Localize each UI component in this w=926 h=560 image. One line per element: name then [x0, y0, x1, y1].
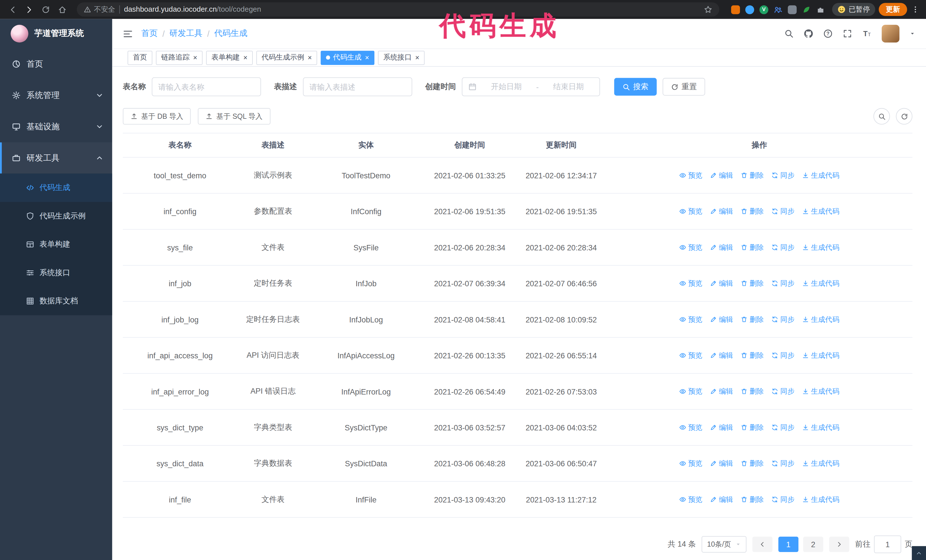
search-button[interactable]: 搜索 [614, 78, 657, 96]
sync-action[interactable]: 同步 [771, 206, 794, 216]
tab-close-icon[interactable]: × [193, 54, 197, 61]
edit-action[interactable]: 编辑 [710, 171, 733, 180]
sidebar-item-codegen-example[interactable]: 代码生成示例 [0, 202, 112, 230]
tab-codegen[interactable]: 代码生成× [321, 50, 375, 65]
sync-action[interactable]: 同步 [771, 386, 794, 397]
github-icon[interactable] [804, 29, 813, 38]
date-range-picker[interactable]: 开始日期 - 结束日期 [462, 77, 600, 96]
edit-action[interactable]: 编辑 [710, 458, 733, 468]
delete-action[interactable]: 删除 [741, 350, 764, 360]
logo[interactable]: 芋道管理系统 [0, 19, 112, 48]
delete-action[interactable]: 删除 [741, 171, 764, 180]
ext-water-drop-icon[interactable] [745, 5, 754, 14]
edit-action[interactable]: 编辑 [710, 350, 733, 360]
tab-form-builder[interactable]: 表单构建× [206, 50, 253, 65]
tab-codegen-example[interactable]: 代码生成示例× [256, 50, 318, 65]
font-size-icon[interactable]: TT [862, 29, 872, 38]
forward-icon[interactable] [23, 3, 36, 16]
preview-action[interactable]: 预览 [679, 206, 702, 216]
ext-people-icon[interactable] [773, 5, 782, 14]
ext-puzzle-icon[interactable] [816, 5, 825, 14]
sync-action[interactable]: 同步 [771, 314, 794, 325]
delete-action[interactable]: 删除 [741, 206, 764, 216]
tab-close-icon[interactable]: × [415, 54, 419, 61]
preview-action[interactable]: 预览 [679, 314, 702, 325]
sidebar-item-db-doc[interactable]: 数据库文档 [0, 287, 112, 315]
refresh-table-button[interactable] [896, 108, 912, 124]
delete-action[interactable]: 删除 [741, 423, 764, 432]
update-button[interactable]: 更新 [879, 3, 907, 16]
reload-icon[interactable] [39, 3, 52, 16]
back-icon[interactable] [6, 3, 19, 16]
sidebar-item-system-api[interactable]: 系统接口 [0, 259, 112, 287]
sidebar-item-infra[interactable]: 基础设施 [0, 111, 112, 142]
sync-action[interactable]: 同步 [771, 242, 794, 252]
edit-action[interactable]: 编辑 [710, 423, 733, 432]
generate-code-action[interactable]: 生成代码 [802, 495, 840, 504]
breadcrumb-item[interactable]: 研发工具 [169, 28, 203, 39]
import-sql-button[interactable]: 基于 SQL 导入 [198, 108, 270, 124]
generate-code-action[interactable]: 生成代码 [802, 206, 840, 216]
generate-code-action[interactable]: 生成代码 [802, 314, 840, 325]
page-button-1[interactable]: 1 [778, 537, 798, 552]
edit-action[interactable]: 编辑 [710, 495, 733, 504]
generate-code-action[interactable]: 生成代码 [802, 423, 840, 432]
sync-action[interactable]: 同步 [771, 495, 794, 504]
tab-close-icon[interactable]: × [243, 54, 248, 61]
table-name-input[interactable] [152, 77, 261, 96]
sync-action[interactable]: 同步 [771, 278, 794, 288]
chevron-down-icon[interactable] [909, 31, 915, 37]
goto-page-input[interactable] [874, 536, 901, 553]
preview-action[interactable]: 预览 [679, 495, 702, 504]
generate-code-action[interactable]: 生成代码 [802, 350, 840, 360]
sidebar-item-system[interactable]: 系统管理 [0, 80, 112, 111]
tab-home[interactable]: 首页 [128, 50, 153, 65]
sync-action[interactable]: 同步 [771, 171, 794, 180]
next-page-button[interactable] [829, 537, 849, 552]
delete-action[interactable]: 删除 [741, 458, 764, 468]
delete-action[interactable]: 删除 [741, 495, 764, 504]
page-size-select[interactable]: 10条/页 [702, 536, 746, 552]
preview-action[interactable]: 预览 [679, 242, 702, 252]
page-button-2[interactable]: 2 [803, 537, 823, 552]
help-icon[interactable]: ? [823, 29, 832, 38]
delete-action[interactable]: 删除 [741, 314, 764, 325]
hamburger-icon[interactable] [123, 29, 133, 39]
table-desc-input[interactable] [303, 77, 412, 96]
sidebar-item-form-builder[interactable]: 表单构建 [0, 230, 112, 258]
toggle-search-button[interactable] [873, 108, 890, 124]
fullscreen-icon[interactable] [843, 29, 852, 38]
sync-action[interactable]: 同步 [771, 458, 794, 468]
tab-system-api[interactable]: 系统接口× [378, 50, 425, 65]
generate-code-action[interactable]: 生成代码 [802, 458, 840, 468]
delete-action[interactable]: 删除 [741, 242, 764, 252]
edit-action[interactable]: 编辑 [710, 278, 733, 288]
reset-button[interactable]: 重置 [663, 78, 705, 96]
preview-action[interactable]: 预览 [679, 458, 702, 468]
generate-code-action[interactable]: 生成代码 [802, 386, 840, 397]
tab-close-icon[interactable]: × [308, 54, 312, 61]
bookmark-star-icon[interactable] [704, 5, 712, 14]
prev-page-button[interactable] [752, 537, 772, 552]
ext-orange-icon[interactable] [731, 5, 740, 14]
preview-action[interactable]: 预览 [679, 171, 702, 180]
home-icon[interactable] [56, 3, 69, 16]
sync-action[interactable]: 同步 [771, 350, 794, 360]
generate-code-action[interactable]: 生成代码 [802, 171, 840, 180]
menu-dots-icon[interactable] [911, 5, 920, 14]
generate-code-action[interactable]: 生成代码 [802, 242, 840, 252]
edit-action[interactable]: 编辑 [710, 206, 733, 216]
address-bar[interactable]: 不安全 dashboard.yudao.iocoder.cn/tool/code… [77, 2, 719, 17]
search-icon[interactable] [784, 29, 794, 38]
generate-code-action[interactable]: 生成代码 [802, 278, 840, 288]
preview-action[interactable]: 预览 [679, 350, 702, 360]
preview-action[interactable]: 预览 [679, 278, 702, 288]
breadcrumb-item[interactable]: 首页 [141, 28, 157, 39]
edit-action[interactable]: 编辑 [710, 242, 733, 252]
paused-badge[interactable]: 已暂停 [832, 3, 875, 16]
user-avatar[interactable] [882, 25, 899, 42]
edit-action[interactable]: 编辑 [710, 386, 733, 397]
ext-gray-tool-icon[interactable] [788, 5, 797, 14]
preview-action[interactable]: 预览 [679, 386, 702, 397]
ext-leaf-icon[interactable] [802, 5, 811, 14]
